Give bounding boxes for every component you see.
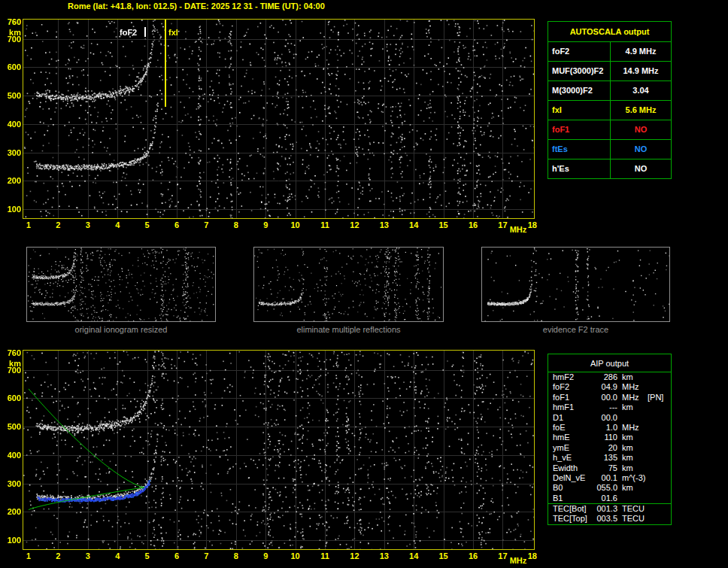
aip-param-label: h_vE: [553, 453, 593, 463]
page-title: Rome (lat: +41.8, lon: 012.5) - DATE: 20…: [68, 2, 325, 11]
thumbnail-original-canvas: [27, 248, 214, 321]
aip-unit: TECU: [617, 504, 648, 514]
aip-note: [648, 494, 671, 503]
aip-note: [648, 453, 671, 463]
aip-row: B101.6: [548, 494, 671, 503]
thumbnail-evidence-f2-trace: [481, 247, 670, 322]
aip-param-label: D1: [553, 413, 593, 423]
x-tick-label: 12: [346, 220, 362, 229]
aip-note: [648, 382, 671, 392]
aip-param-label: TEC[Top]: [553, 514, 593, 524]
fof2-label: foF2: [120, 28, 137, 37]
x-tick-label: 16: [465, 220, 481, 229]
x-tick-label: 16: [465, 551, 481, 560]
aip-value: 003.5: [593, 514, 617, 524]
aip-unit: km: [617, 443, 648, 453]
aip-unit: TECU: [617, 514, 648, 524]
autoscala-param-label: fxI: [548, 101, 611, 120]
aip-value: 00.0: [593, 393, 617, 402]
autoscala-row: MUF(3000)F214.9 MHz: [548, 62, 671, 81]
autoscala-value: 14.9 MHz: [611, 62, 671, 80]
aip-unit: [617, 413, 648, 423]
x-tick-label: 14: [405, 220, 422, 229]
x-tick-label: 10: [287, 551, 304, 560]
aip-unit: km: [617, 463, 648, 473]
aip-param-label: hmE: [553, 433, 593, 442]
main-ionogram-canvas: [23, 20, 534, 218]
y-tick-label: 760: [2, 17, 21, 26]
y-tick-label: 200: [2, 507, 21, 516]
aip-note: [PN]: [648, 393, 671, 402]
aip-note: [648, 443, 671, 453]
thumbnail-eliminate-reflections: [253, 247, 444, 322]
x-tick-label: 7: [198, 220, 214, 229]
x-tick-label: 15: [435, 551, 452, 560]
x-tick-label: 8: [228, 551, 244, 560]
x-tick-label: 2: [50, 220, 66, 229]
aip-param-label: foF1: [553, 393, 593, 402]
thumbnail-original-ionogram: [26, 247, 216, 322]
y-tick-label: 200: [2, 176, 21, 185]
aip-unit: MHz: [617, 423, 648, 433]
fxi-label: fxI: [168, 28, 178, 37]
aip-param-label: ymE: [553, 443, 593, 453]
autoscala-row: h'EsNO: [548, 159, 671, 178]
x-tick-label: 8: [228, 220, 244, 229]
thumbnail-evidence-canvas: [482, 248, 669, 321]
y-tick-label: 100: [2, 205, 21, 214]
autoscala-row: foF24.9 MHz: [548, 42, 671, 62]
profile-ionogram-canvas: [23, 351, 534, 549]
autoscala-row: M(3000)F23.04: [548, 81, 671, 101]
autoscala-param-label: foF1: [548, 120, 611, 139]
aip-row: TEC[Top]003.5TECU: [548, 514, 671, 524]
aip-row: hmF1---km: [548, 402, 671, 412]
y-tick-label: 600: [2, 62, 21, 71]
aip-param-label: hmF1: [553, 402, 593, 412]
aip-unit: km: [617, 402, 648, 412]
x-tick-label: 6: [168, 220, 185, 229]
autoscala-value: NO: [611, 120, 671, 139]
km-unit-label: km: [2, 359, 21, 368]
thumbnail-eliminate-canvas: [254, 248, 441, 321]
aip-value: 001.3: [593, 504, 617, 514]
aip-unit: km: [617, 483, 648, 493]
x-tick-label: 7: [198, 551, 214, 560]
aip-row: TEC[Bot]001.3TECU: [548, 503, 671, 514]
aip-row: DelN_vE00.1m^(-3): [548, 473, 671, 483]
x-tick-label: 11: [317, 220, 333, 229]
aip-row: B0055.0km: [548, 483, 671, 493]
km-unit-label: km: [2, 28, 21, 37]
aip-value: 110: [593, 433, 617, 442]
aip-row: foF204.9MHz: [548, 382, 671, 392]
aip-param-label: Ewidth: [553, 463, 593, 473]
aip-value: 055.0: [593, 483, 617, 493]
x-tick-label: 4: [109, 220, 126, 229]
autoscala-param-label: h'Es: [548, 159, 611, 178]
x-tick-label: 9: [257, 220, 274, 229]
main-ionogram-panel: foF2 fxI: [23, 19, 535, 219]
autoscala-table: AUTOSCALA output foF24.9 MHzMUF(3000)F21…: [548, 21, 672, 179]
y-tick-label: 300: [2, 479, 21, 488]
aip-param-label: B1: [553, 494, 593, 503]
autoscala-value: NO: [611, 159, 671, 178]
aip-table: AIP output hmF2286kmfoF204.9MHzfoF100.0M…: [548, 354, 672, 525]
aip-note: [648, 463, 671, 473]
aip-row: hmF2286km: [548, 372, 671, 382]
y-tick-label: 600: [2, 393, 21, 402]
aip-value: 00.0: [593, 413, 617, 423]
autoscala-value: NO: [611, 140, 671, 159]
aip-note: [648, 402, 671, 412]
aip-value: 75: [593, 463, 617, 473]
thumbnail-caption-evidence: evidence F2 trace: [481, 325, 670, 334]
x-tick-label: 15: [435, 220, 452, 229]
aip-param-label: foF2: [553, 382, 593, 392]
x-tick-label: 2: [50, 551, 66, 560]
aip-note: [648, 413, 671, 423]
fxi-marker-line: [165, 20, 166, 107]
aip-param-label: DelN_vE: [553, 473, 593, 483]
aip-note: [648, 433, 671, 442]
x-tick-label: 5: [139, 220, 156, 229]
aip-row: Ewidth75km: [548, 463, 671, 473]
aip-unit: [617, 494, 648, 503]
aip-unit: km: [617, 453, 648, 463]
